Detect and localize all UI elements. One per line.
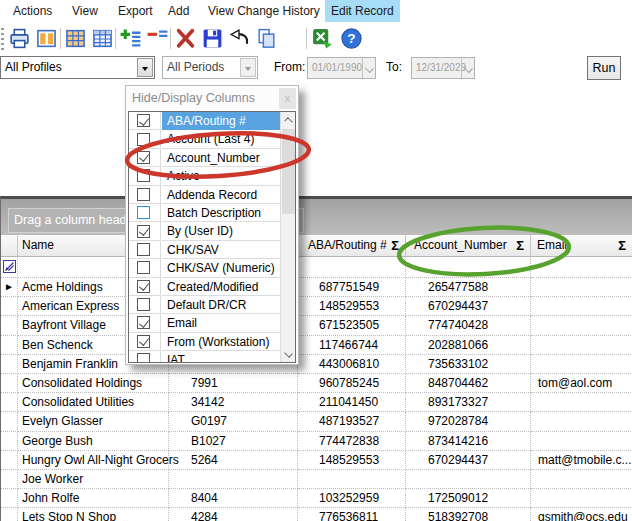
row-selector[interactable]: [1, 489, 18, 508]
grid-cell[interactable]: G0197: [169, 412, 298, 431]
checkbox-unchecked-icon[interactable]: [137, 298, 150, 311]
checkbox-checked-icon[interactable]: [137, 151, 150, 164]
table-row[interactable]: Consolidated Utilities341422110414508931…: [1, 393, 632, 412]
table-row[interactable]: Lets Stop N Shop4284776536811518392708gs…: [1, 508, 632, 521]
grid-cell[interactable]: [531, 297, 632, 316]
column-label[interactable]: Active: [162, 167, 280, 185]
row-selector[interactable]: ►: [1, 278, 18, 297]
grid-cell[interactable]: 34142: [169, 393, 298, 412]
column-list-item[interactable]: From (Workstation): [129, 333, 295, 351]
to-date-dropdown-arrow[interactable]: [461, 58, 474, 78]
grid-cell[interactable]: 117466744: [298, 336, 406, 355]
grid-cell[interactable]: Joe Worker: [18, 470, 169, 489]
column-label[interactable]: Created/Modified: [162, 278, 280, 296]
grid-cell[interactable]: 487193527: [298, 412, 406, 431]
menu-view-change-history[interactable]: View Change History: [202, 0, 326, 22]
grid-cell[interactable]: 671523505: [298, 316, 406, 335]
grid-cell[interactable]: 265477588: [406, 278, 531, 297]
column-label[interactable]: IAT: [162, 351, 280, 363]
column-list-item[interactable]: IAT: [129, 351, 295, 363]
sigma-icon[interactable]: Σ: [391, 235, 399, 256]
column-list-item[interactable]: Active: [129, 167, 295, 185]
column-label[interactable]: Default DR/CR: [162, 296, 280, 314]
table-row[interactable]: Ben Schenck117466744202881066: [1, 336, 632, 355]
filter-cell[interactable]: [406, 257, 531, 278]
column-list-item[interactable]: CHK/SAV (Numeric): [129, 259, 295, 277]
column-label[interactable]: Addenda Record: [162, 186, 280, 204]
grid-cell[interactable]: 893173327: [406, 393, 531, 412]
column-label[interactable]: By (User ID): [162, 222, 280, 240]
grid-cell[interactable]: Evelyn Glasser: [18, 412, 169, 431]
periods-dropdown[interactable]: All Periods: [162, 56, 258, 79]
printer-icon[interactable]: [8, 27, 31, 50]
grid-cell[interactable]: 148529553: [298, 451, 406, 470]
periods-dropdown-arrow[interactable]: [240, 58, 256, 77]
help-icon[interactable]: ?: [340, 27, 363, 50]
header-aba-routing[interactable]: ABA/Routing #Σ: [298, 235, 406, 257]
grid-cell[interactable]: [531, 278, 632, 297]
row-selector[interactable]: [1, 412, 18, 431]
menu-export[interactable]: Export: [112, 0, 159, 22]
checkbox-unchecked-icon[interactable]: [137, 188, 150, 201]
column-list-item[interactable]: Created/Modified: [129, 278, 295, 296]
checkbox-checked-icon[interactable]: [137, 280, 150, 293]
grid-cell[interactable]: 774472838: [298, 432, 406, 451]
grid-cell[interactable]: 7991: [169, 374, 298, 393]
row-selector[interactable]: [1, 393, 18, 412]
table-row[interactable]: Evelyn GlasserG0197487193527972028784: [1, 412, 632, 431]
grid-cell[interactable]: 960785245: [298, 374, 406, 393]
row-selector[interactable]: [1, 451, 18, 470]
filter-cell[interactable]: [298, 257, 406, 278]
undo-icon[interactable]: [228, 27, 251, 50]
grid-cell[interactable]: 670294437: [406, 297, 531, 316]
column-list-item[interactable]: Account (Last 4): [129, 130, 295, 148]
column-chooser-icon[interactable]: [35, 27, 58, 50]
grid-cell[interactable]: 518392708: [406, 508, 531, 521]
grid-cell[interactable]: John Rolfe: [18, 489, 169, 508]
header-email[interactable]: EmailΣ: [531, 235, 632, 257]
run-button[interactable]: Run: [587, 56, 621, 80]
row-selector[interactable]: [1, 470, 18, 489]
row-selector[interactable]: [1, 432, 18, 451]
table-row[interactable]: Consolidated Holdings7991960785245848704…: [1, 374, 632, 393]
row-selector[interactable]: [1, 355, 18, 374]
column-list-item[interactable]: CHK/SAV: [129, 241, 295, 259]
table-row[interactable]: George BushB1027774472838873414216: [1, 432, 632, 451]
table-row[interactable]: Hungry Owl All-Night Grocers526414852955…: [1, 451, 632, 470]
column-label[interactable]: CHK/SAV: [162, 241, 280, 259]
grid-cell[interactable]: Consolidated Holdings: [18, 374, 169, 393]
checkbox-unchecked-icon[interactable]: [137, 169, 150, 182]
grid-cell[interactable]: [531, 336, 632, 355]
column-list-item[interactable]: Account_Number: [129, 149, 295, 167]
remove-column-icon[interactable]: [146, 27, 169, 50]
grid-cell[interactable]: 172509012: [406, 489, 531, 508]
table-view-icon[interactable]: [91, 27, 114, 50]
grid-cell[interactable]: [531, 316, 632, 335]
grid-cell[interactable]: Hungry Owl All-Night Grocers: [18, 451, 169, 470]
sigma-icon[interactable]: Σ: [516, 235, 524, 256]
column-label[interactable]: Account_Number: [162, 149, 280, 167]
grid-cell[interactable]: [298, 470, 406, 489]
toolbar-grip[interactable]: [1, 28, 4, 50]
copy-icon[interactable]: [255, 27, 278, 50]
checkbox-unchecked-icon[interactable]: [137, 133, 150, 146]
to-date-field[interactable]: 12/31/2029: [411, 57, 475, 79]
grid-cell[interactable]: [531, 393, 632, 412]
grid-cell[interactable]: 873414216: [406, 432, 531, 451]
grid-cell[interactable]: 211041450: [298, 393, 406, 412]
grid-cell[interactable]: 670294437: [406, 451, 531, 470]
column-label[interactable]: Account (Last 4): [162, 130, 280, 148]
column-list-item[interactable]: Default DR/CR: [129, 296, 295, 314]
grid-cell[interactable]: tom@aol.com: [531, 374, 632, 393]
row-selector[interactable]: [1, 374, 18, 393]
menu-edit-record[interactable]: Edit Record: [325, 0, 400, 22]
header-account-number[interactable]: Account_NumberΣ: [406, 235, 531, 257]
table-row[interactable]: Benjamin Franklin443006810735633102: [1, 355, 632, 374]
from-date-field[interactable]: 01/01/1990: [307, 57, 376, 79]
filter-cell[interactable]: [531, 257, 632, 278]
delete-icon[interactable]: [174, 27, 197, 50]
popup-title-bar[interactable]: Hide/Display Columns x: [126, 86, 298, 111]
row-selector[interactable]: [1, 316, 18, 335]
table-row[interactable]: John Rolfe8404103252959172509012: [1, 489, 632, 508]
table-row[interactable]: Bayfront Village671523505774740428: [1, 316, 632, 335]
